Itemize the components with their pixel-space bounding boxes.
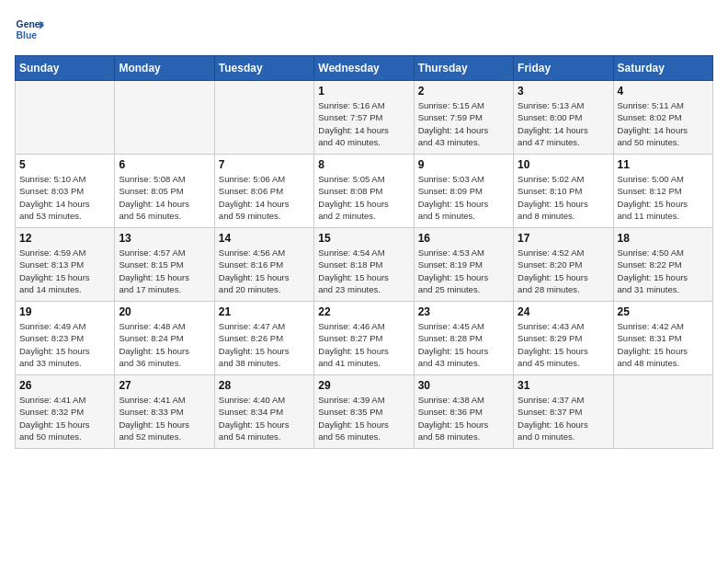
calendar-cell: 27Sunrise: 4:41 AM Sunset: 8:33 PM Dayli… [115, 375, 214, 449]
day-number: 20 [119, 305, 210, 318]
weekday-header: Saturday [613, 56, 712, 81]
day-info: Sunrise: 4:56 AM Sunset: 8:16 PM Dayligh… [219, 247, 310, 295]
calendar-cell: 1Sunrise: 5:16 AM Sunset: 7:57 PM Daylig… [314, 81, 414, 155]
calendar-cell: 3Sunrise: 5:13 AM Sunset: 8:00 PM Daylig… [514, 81, 613, 155]
calendar-cell: 30Sunrise: 4:38 AM Sunset: 8:36 PM Dayli… [414, 375, 513, 449]
day-info: Sunrise: 4:39 AM Sunset: 8:35 PM Dayligh… [318, 394, 409, 442]
calendar-cell: 11Sunrise: 5:00 AM Sunset: 8:12 PM Dayli… [613, 155, 712, 228]
calendar-cell: 19Sunrise: 4:49 AM Sunset: 8:23 PM Dayli… [16, 302, 115, 375]
day-number: 18 [618, 232, 709, 245]
calendar-cell: 17Sunrise: 4:52 AM Sunset: 8:20 PM Dayli… [514, 228, 613, 302]
calendar-cell: 21Sunrise: 4:47 AM Sunset: 8:26 PM Dayli… [214, 302, 313, 375]
logo-icon: General Blue [15, 15, 44, 44]
calendar-cell: 14Sunrise: 4:56 AM Sunset: 8:16 PM Dayli… [214, 228, 313, 302]
calendar-cell: 5Sunrise: 5:10 AM Sunset: 8:03 PM Daylig… [16, 155, 115, 228]
day-number: 22 [318, 305, 409, 318]
day-number: 6 [119, 158, 210, 171]
weekday-header: Friday [514, 56, 613, 81]
day-info: Sunrise: 4:43 AM Sunset: 8:29 PM Dayligh… [518, 320, 609, 369]
day-number: 14 [219, 232, 310, 245]
day-info: Sunrise: 5:16 AM Sunset: 7:57 PM Dayligh… [318, 99, 409, 148]
day-info: Sunrise: 5:15 AM Sunset: 7:59 PM Dayligh… [418, 99, 509, 148]
day-number: 15 [318, 232, 409, 245]
day-info: Sunrise: 4:37 AM Sunset: 8:37 PM Dayligh… [518, 394, 609, 442]
day-number: 30 [418, 379, 509, 392]
calendar-cell: 23Sunrise: 4:45 AM Sunset: 8:28 PM Dayli… [414, 302, 513, 375]
calendar-cell: 20Sunrise: 4:48 AM Sunset: 8:24 PM Dayli… [115, 302, 214, 375]
day-info: Sunrise: 4:41 AM Sunset: 8:32 PM Dayligh… [19, 394, 110, 442]
day-info: Sunrise: 5:05 AM Sunset: 8:08 PM Dayligh… [318, 173, 409, 222]
calendar-cell: 8Sunrise: 5:05 AM Sunset: 8:08 PM Daylig… [314, 155, 414, 228]
calendar-cell: 9Sunrise: 5:03 AM Sunset: 8:09 PM Daylig… [414, 155, 513, 228]
day-number: 11 [618, 158, 709, 171]
calendar-week: 5Sunrise: 5:10 AM Sunset: 8:03 PM Daylig… [16, 155, 713, 228]
day-number: 10 [518, 158, 609, 171]
calendar-cell: 6Sunrise: 5:08 AM Sunset: 8:05 PM Daylig… [115, 155, 214, 228]
day-number: 23 [418, 305, 509, 318]
calendar-cell [214, 81, 313, 155]
day-number: 1 [318, 85, 409, 98]
day-info: Sunrise: 4:59 AM Sunset: 8:13 PM Dayligh… [19, 247, 110, 295]
day-info: Sunrise: 4:41 AM Sunset: 8:33 PM Dayligh… [119, 394, 210, 442]
day-number: 28 [219, 379, 310, 392]
day-info: Sunrise: 4:52 AM Sunset: 8:20 PM Dayligh… [518, 247, 609, 295]
day-number: 19 [19, 305, 110, 318]
calendar-cell: 22Sunrise: 4:46 AM Sunset: 8:27 PM Dayli… [314, 302, 414, 375]
day-info: Sunrise: 4:42 AM Sunset: 8:31 PM Dayligh… [618, 320, 709, 369]
day-info: Sunrise: 5:11 AM Sunset: 8:02 PM Dayligh… [618, 99, 709, 148]
day-number: 29 [318, 379, 409, 392]
calendar-week: 19Sunrise: 4:49 AM Sunset: 8:23 PM Dayli… [16, 302, 713, 375]
calendar-week: 1Sunrise: 5:16 AM Sunset: 7:57 PM Daylig… [16, 81, 713, 155]
day-number: 13 [119, 232, 210, 245]
calendar-cell [115, 81, 214, 155]
calendar-table: SundayMondayTuesdayWednesdayThursdayFrid… [15, 55, 713, 449]
calendar-cell: 2Sunrise: 5:15 AM Sunset: 7:59 PM Daylig… [414, 81, 513, 155]
day-number: 7 [219, 158, 310, 171]
calendar-cell [16, 81, 115, 155]
calendar-week: 12Sunrise: 4:59 AM Sunset: 8:13 PM Dayli… [16, 228, 713, 302]
calendar-cell: 18Sunrise: 4:50 AM Sunset: 8:22 PM Dayli… [613, 228, 712, 302]
day-number: 24 [518, 305, 609, 318]
calendar-cell: 4Sunrise: 5:11 AM Sunset: 8:02 PM Daylig… [613, 81, 712, 155]
day-info: Sunrise: 4:47 AM Sunset: 8:26 PM Dayligh… [219, 320, 310, 369]
calendar-cell: 13Sunrise: 4:57 AM Sunset: 8:15 PM Dayli… [115, 228, 214, 302]
calendar-cell [613, 375, 712, 449]
logo: General Blue [15, 15, 44, 44]
day-number: 12 [19, 232, 110, 245]
weekday-header: Tuesday [214, 56, 313, 81]
weekday-header: Monday [115, 56, 214, 81]
calendar-cell: 24Sunrise: 4:43 AM Sunset: 8:29 PM Dayli… [514, 302, 613, 375]
calendar-body: 1Sunrise: 5:16 AM Sunset: 7:57 PM Daylig… [16, 81, 713, 449]
page-header: General Blue [15, 15, 713, 44]
day-info: Sunrise: 5:00 AM Sunset: 8:12 PM Dayligh… [618, 173, 709, 222]
day-info: Sunrise: 4:48 AM Sunset: 8:24 PM Dayligh… [119, 320, 210, 369]
day-info: Sunrise: 5:10 AM Sunset: 8:03 PM Dayligh… [19, 173, 110, 222]
day-number: 3 [518, 85, 609, 98]
day-number: 17 [518, 232, 609, 245]
day-number: 26 [19, 379, 110, 392]
calendar-cell: 29Sunrise: 4:39 AM Sunset: 8:35 PM Dayli… [314, 375, 414, 449]
day-info: Sunrise: 4:57 AM Sunset: 8:15 PM Dayligh… [119, 247, 210, 295]
day-info: Sunrise: 4:40 AM Sunset: 8:34 PM Dayligh… [219, 394, 310, 442]
calendar-header: SundayMondayTuesdayWednesdayThursdayFrid… [16, 56, 713, 81]
calendar-cell: 25Sunrise: 4:42 AM Sunset: 8:31 PM Dayli… [613, 302, 712, 375]
calendar-cell: 16Sunrise: 4:53 AM Sunset: 8:19 PM Dayli… [414, 228, 513, 302]
day-info: Sunrise: 4:49 AM Sunset: 8:23 PM Dayligh… [19, 320, 110, 369]
calendar-week: 26Sunrise: 4:41 AM Sunset: 8:32 PM Dayli… [16, 375, 713, 449]
day-number: 25 [618, 305, 709, 318]
calendar-cell: 10Sunrise: 5:02 AM Sunset: 8:10 PM Dayli… [514, 155, 613, 228]
day-number: 9 [418, 158, 509, 171]
weekday-header: Wednesday [314, 56, 414, 81]
day-number: 5 [19, 158, 110, 171]
day-number: 31 [518, 379, 609, 392]
calendar-cell: 12Sunrise: 4:59 AM Sunset: 8:13 PM Dayli… [16, 228, 115, 302]
day-info: Sunrise: 4:54 AM Sunset: 8:18 PM Dayligh… [318, 247, 409, 295]
day-info: Sunrise: 5:03 AM Sunset: 8:09 PM Dayligh… [418, 173, 509, 222]
day-number: 2 [418, 85, 509, 98]
day-info: Sunrise: 4:38 AM Sunset: 8:36 PM Dayligh… [418, 394, 509, 442]
weekday-header: Sunday [16, 56, 115, 81]
day-number: 21 [219, 305, 310, 318]
day-info: Sunrise: 5:06 AM Sunset: 8:06 PM Dayligh… [219, 173, 310, 222]
day-info: Sunrise: 4:53 AM Sunset: 8:19 PM Dayligh… [418, 247, 509, 295]
day-info: Sunrise: 5:08 AM Sunset: 8:05 PM Dayligh… [119, 173, 210, 222]
